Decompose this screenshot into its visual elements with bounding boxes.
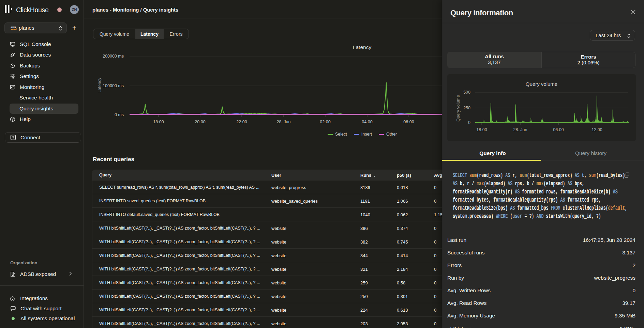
svg-text:aws: aws [11,26,16,29]
